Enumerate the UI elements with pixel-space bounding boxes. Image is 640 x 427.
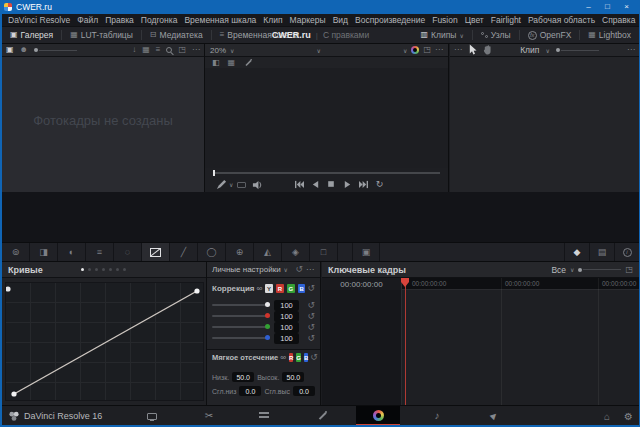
curve-editor[interactable] — [5, 282, 204, 401]
red-value[interactable]: 100 — [274, 311, 299, 322]
wipe-mode-icon[interactable]: ◧ — [212, 59, 220, 67]
keyframes-zoom-slider[interactable] — [578, 268, 621, 272]
menu-trim[interactable]: Подгонка — [141, 15, 178, 25]
high-soft-value[interactable]: 0.0 — [293, 386, 315, 396]
stereo-3d-palette-button[interactable]: ▣ — [352, 243, 380, 261]
stills-view-icon[interactable]: ▣ — [6, 46, 14, 54]
rgb-mixer-palette-button[interactable]: ≡ — [86, 243, 114, 261]
curve-mode-label[interactable]: Личные настройки — [212, 265, 281, 274]
curves-page-dots[interactable] — [81, 268, 126, 271]
menu-file[interactable]: Файл — [77, 15, 98, 25]
viewer-option-dropdown-icon[interactable]: ∨ — [403, 47, 407, 54]
zoom-level-value[interactable]: 20% — [210, 46, 226, 55]
tracker-palette-button[interactable]: ⊕ — [226, 243, 254, 261]
color-viewer-icon[interactable] — [411, 46, 419, 54]
more-options-icon[interactable]: ⋯ — [192, 46, 200, 54]
minimize-button[interactable]: – — [579, 0, 598, 14]
keyframes-panel-button[interactable]: ◆ — [564, 243, 589, 261]
channel-y-chip[interactable]: Y — [265, 284, 273, 293]
soft-clip-b-chip[interactable]: B — [304, 353, 308, 362]
scrubber-track[interactable] — [215, 172, 440, 174]
audio-mute-icon[interactable] — [249, 177, 265, 192]
scopes-panel-button[interactable]: ▤ — [589, 243, 614, 261]
page-deliver-button[interactable]: ▶ — [472, 406, 516, 426]
channel-b-chip[interactable]: B — [298, 284, 306, 293]
menu-edit[interactable]: Правка — [105, 15, 134, 25]
luma-value[interactable]: 100 — [274, 300, 299, 311]
nodes-toggle-button[interactable]: Узлы — [473, 27, 519, 43]
soft-clip-link-icon[interactable]: ∞ — [280, 353, 286, 362]
keyframes-expand-icon[interactable]: ◳ — [625, 266, 633, 274]
maximize-button[interactable]: □ — [598, 0, 617, 14]
green-slider[interactable] — [212, 326, 268, 328]
page-cut-button[interactable]: ✂ — [187, 406, 231, 426]
page-color-button[interactable] — [356, 406, 400, 426]
blue-value[interactable]: 100 — [274, 333, 299, 344]
menu-color[interactable]: Цвет — [465, 15, 484, 25]
keyframes-filter-label[interactable]: Все — [551, 265, 566, 275]
curve-point-low[interactable] — [11, 391, 16, 396]
skip-to-start-icon[interactable] — [291, 180, 307, 189]
menu-view[interactable]: Вид — [333, 15, 348, 25]
viewer-expand-icon[interactable]: ◳ — [423, 46, 431, 54]
low-clip-value[interactable]: 50.0 — [232, 372, 254, 382]
node-view-selector-label[interactable]: Клип — [520, 45, 539, 55]
menu-playback[interactable]: Воспроизведение — [355, 15, 425, 25]
project-settings-gear-icon[interactable]: ⚙ — [624, 411, 633, 422]
key-palette-button[interactable]: ◈ — [282, 243, 310, 261]
soft-clip-reset-icon[interactable]: ↺ — [310, 353, 318, 362]
correction-reset-icon[interactable]: ↺ — [307, 284, 315, 293]
curve-line[interactable] — [14, 291, 197, 394]
openfx-toggle-button[interactable]: fx OpenFX — [520, 27, 580, 43]
low-soft-value[interactable]: 0.0 — [239, 386, 261, 396]
split-screen-icon[interactable]: ▦ — [228, 59, 236, 67]
luma-slider[interactable] — [212, 304, 268, 306]
color-wheels-palette-button[interactable]: ◐ — [58, 243, 86, 261]
camera-raw-palette-button[interactable]: ⊚ — [2, 243, 30, 261]
green-reset-icon[interactable]: ↺ — [307, 323, 315, 332]
viewer-mode-dropdown-icon[interactable]: ∨ — [317, 47, 321, 54]
red-reset-icon[interactable]: ↺ — [307, 312, 315, 321]
user-albums-icon[interactable]: ☻ — [20, 46, 28, 54]
menu-help[interactable]: Справка — [602, 15, 635, 25]
high-clip-value[interactable]: 50.0 — [282, 372, 304, 382]
expand-icon[interactable]: ◳ — [178, 46, 186, 54]
menu-fairlight[interactable]: Fairlight — [491, 15, 521, 25]
clips-toggle-button[interactable]: ▥ Клипы ∨ — [413, 27, 472, 43]
blue-slider[interactable] — [212, 337, 268, 339]
search-icon[interactable] — [166, 47, 172, 53]
gallery-toggle-button[interactable]: ▣ Галерея — [2, 27, 61, 43]
play-icon[interactable] — [339, 180, 355, 189]
motion-effects-palette-button[interactable]: ◌ — [114, 243, 142, 261]
sizing-palette-button[interactable]: □ — [310, 243, 338, 261]
play-reverse-icon[interactable] — [307, 180, 323, 189]
qualifier-palette-button[interactable]: ╱ — [170, 243, 198, 261]
power-window-palette-button[interactable]: ◯ — [198, 243, 226, 261]
thumbnail-size-slider[interactable] — [34, 48, 77, 52]
green-value[interactable]: 100 — [274, 322, 299, 333]
channel-r-chip[interactable]: R — [276, 284, 284, 293]
lut-toggle-button[interactable]: ▦ LUT-таблицы — [62, 27, 141, 43]
sort-icon[interactable]: ↓ — [132, 46, 136, 54]
panel-reset-icon[interactable]: ↺ — [295, 265, 303, 274]
page-media-button[interactable] — [130, 406, 174, 426]
color-match-palette-button[interactable]: ◨ — [30, 243, 58, 261]
curves-palette-button[interactable] — [142, 243, 170, 261]
node-view-dropdown-icon[interactable]: ∨ — [545, 47, 549, 54]
channel-g-chip[interactable]: G — [287, 284, 295, 293]
keyframes-filter-dropdown-icon[interactable]: ∨ — [570, 266, 574, 273]
menu-fusion[interactable]: Fusion — [432, 15, 458, 25]
nodes-more-left-icon[interactable]: ⋯ — [454, 46, 462, 54]
project-manager-home-icon[interactable]: ⌂ — [604, 411, 610, 422]
node-graph-area[interactable] — [450, 57, 639, 192]
keyframes-tracks-area[interactable] — [322, 290, 639, 405]
nodes-more-right-icon[interactable]: ⋯ — [627, 46, 635, 54]
close-button[interactable]: × — [617, 0, 636, 14]
red-slider[interactable] — [212, 315, 268, 317]
timeline-toggle-button[interactable]: ≡ Временная шкала — [212, 27, 308, 43]
menu-workspace[interactable]: Рабочая область — [528, 15, 595, 25]
menu-davinci-resolve[interactable]: DaVinci Resolve — [8, 15, 70, 25]
curve-mode-dropdown-icon[interactable]: ∨ — [284, 266, 288, 273]
viewer-more-icon[interactable]: ⋯ — [435, 46, 443, 54]
loop-icon[interactable]: ↻ — [371, 180, 387, 189]
